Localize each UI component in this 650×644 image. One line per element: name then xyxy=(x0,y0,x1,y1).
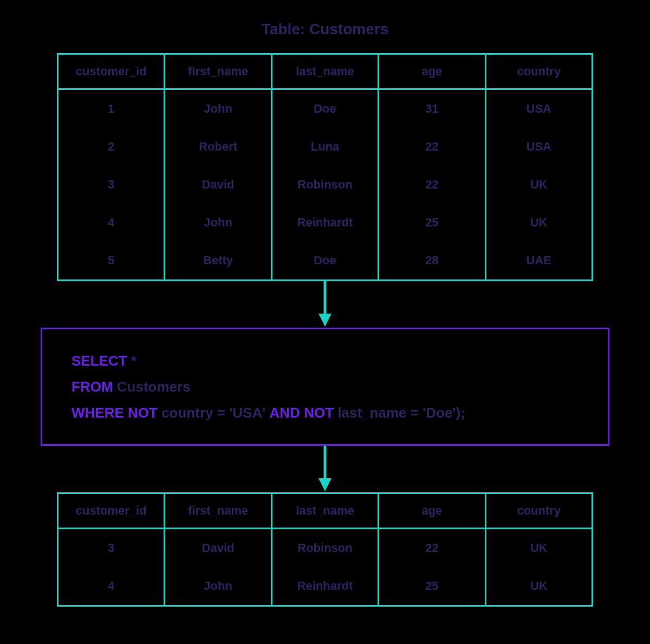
cell: USA xyxy=(485,89,592,128)
table-row: 3 David Robinson 22 UK xyxy=(58,166,593,204)
cell: 25 xyxy=(379,567,485,606)
sql-text: Customers xyxy=(113,379,191,395)
col-last-name: last_name xyxy=(271,54,378,89)
cell: Robert xyxy=(165,128,271,166)
cell: Robinson xyxy=(271,529,378,568)
arrow-down-icon xyxy=(314,281,336,328)
cell: 28 xyxy=(379,242,485,281)
cell: Betty xyxy=(165,242,271,281)
table-header-row: customer_id first_name last_name age cou… xyxy=(58,493,593,529)
cell: Reinhardt xyxy=(271,567,378,606)
cell: 5 xyxy=(58,242,165,281)
result-table: customer_id first_name last_name age cou… xyxy=(57,492,593,607)
sql-text: country = 'USA' xyxy=(158,405,270,421)
col-age: age xyxy=(379,493,485,529)
cell: USA xyxy=(485,128,592,166)
cell: John xyxy=(165,204,271,242)
col-age: age xyxy=(379,54,485,89)
svg-marker-1 xyxy=(318,314,332,327)
cell: UK xyxy=(485,529,592,568)
cell: John xyxy=(165,89,271,128)
table-row: 5 Betty Doe 28 UAE xyxy=(58,242,593,281)
sql-keyword-not: NOT xyxy=(128,405,158,421)
sql-keyword-from: FROM xyxy=(72,379,113,395)
table-header-row: customer_id first_name last_name age cou… xyxy=(58,54,593,89)
table-row: 1 John Doe 31 USA xyxy=(58,89,593,128)
cell: UK xyxy=(485,166,592,204)
cell: Robinson xyxy=(271,166,378,204)
cell: 31 xyxy=(379,89,485,128)
cell: 22 xyxy=(379,166,485,204)
cell: David xyxy=(165,166,271,204)
table-row: 4 John Reinhardt 25 UK xyxy=(58,567,593,606)
cell: 2 xyxy=(58,128,165,166)
sql-line: SELECT * xyxy=(72,348,578,374)
cell: 3 xyxy=(58,166,165,204)
cell: UK xyxy=(485,567,592,606)
cell: Doe xyxy=(271,242,378,281)
cell: Doe xyxy=(271,89,378,128)
cell: UAE xyxy=(485,242,592,281)
col-country: country xyxy=(485,54,592,89)
sql-text: last_name = 'Doe'); xyxy=(334,405,465,421)
svg-marker-3 xyxy=(318,478,332,491)
cell: 1 xyxy=(58,89,165,128)
cell: David xyxy=(165,529,271,568)
cell: 25 xyxy=(379,204,485,242)
table-row: 4 John Reinhardt 25 UK xyxy=(58,204,593,242)
sql-line: FROM Customers xyxy=(72,374,578,400)
cell: 22 xyxy=(379,529,485,568)
sql-keyword-and: AND xyxy=(270,405,300,421)
cell: 22 xyxy=(379,128,485,166)
cell: John xyxy=(165,567,271,606)
sql-text: * xyxy=(127,353,136,369)
cell: 4 xyxy=(58,567,165,606)
table-title: Table: Customers xyxy=(262,21,388,38)
table-row: 2 Robert Luna 22 USA xyxy=(58,128,593,166)
cell: UK xyxy=(485,204,592,242)
col-last-name: last_name xyxy=(271,493,378,529)
cell: Reinhardt xyxy=(271,204,378,242)
sql-line: WHERE NOT country = 'USA' AND NOT last_n… xyxy=(72,400,578,426)
sql-keyword-where: WHERE xyxy=(72,405,124,421)
table-row: 3 David Robinson 22 UK xyxy=(58,529,593,568)
col-customer-id: customer_id xyxy=(58,493,165,529)
cell: Luna xyxy=(271,128,378,166)
sql-keyword-select: SELECT xyxy=(72,353,127,369)
col-first-name: first_name xyxy=(165,54,271,89)
col-customer-id: customer_id xyxy=(58,54,165,89)
col-country: country xyxy=(485,493,592,529)
col-first-name: first_name xyxy=(165,493,271,529)
cell: 3 xyxy=(58,529,165,568)
arrow-down-icon xyxy=(314,446,336,492)
sql-keyword-not: NOT xyxy=(304,405,334,421)
cell: 4 xyxy=(58,204,165,242)
source-table: customer_id first_name last_name age cou… xyxy=(57,53,593,281)
sql-query-box: SELECT * FROM Customers WHERE NOT countr… xyxy=(41,328,609,446)
